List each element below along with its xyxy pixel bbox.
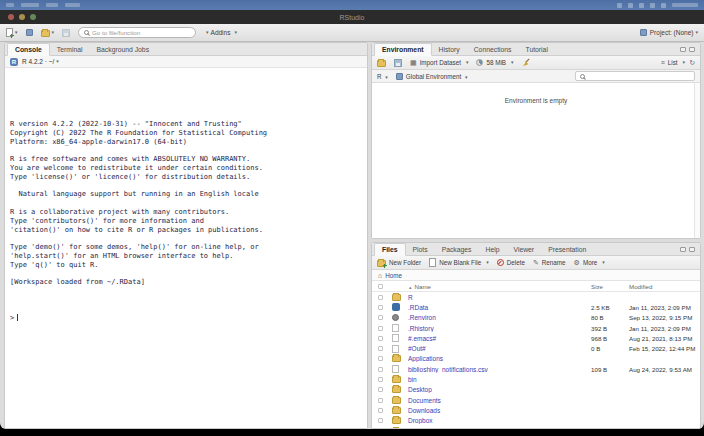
file-row[interactable]: #.emacs# 968 B Aug 21, 2021, 8:13 PM: [372, 333, 700, 343]
file-checkbox[interactable]: [378, 356, 383, 361]
go-to-file-search[interactable]: [78, 27, 196, 38]
refresh-button[interactable]: ↻: [689, 59, 695, 66]
file-name-link[interactable]: Applications: [408, 355, 591, 362]
console-tab[interactable]: Terminal: [50, 44, 90, 55]
file-name-link[interactable]: Documents: [408, 397, 591, 404]
console-tab[interactable]: Console: [7, 43, 50, 56]
list-view-button[interactable]: ≡ List ▾: [661, 59, 685, 66]
file-checkbox[interactable]: [378, 367, 383, 372]
environment-toolbar: ▦ Import Dataset ▾ 58 MiB ▾: [372, 56, 700, 70]
file-checkbox[interactable]: [378, 418, 383, 423]
file-row[interactable]: Google Drive: [372, 426, 700, 428]
file-row[interactable]: R: [372, 292, 700, 302]
column-size[interactable]: Size: [591, 283, 629, 290]
gear-icon: ⚙: [574, 259, 580, 266]
file-row[interactable]: .Rhistory 392 B Jan 11, 2023, 2:09 PM: [372, 323, 700, 333]
engine-selector[interactable]: R ▾: [377, 73, 388, 80]
file-checkbox[interactable]: [378, 398, 383, 403]
file-row[interactable]: Applications: [372, 354, 700, 364]
file-checkbox[interactable]: [378, 408, 383, 413]
file-checkbox[interactable]: [378, 336, 383, 341]
file-name-link[interactable]: #.emacs#: [408, 335, 591, 342]
file-checkbox[interactable]: [378, 377, 383, 382]
addins-menu-button[interactable]: ▾ Addins ▾: [204, 29, 237, 36]
open-file-button[interactable]: ▾: [41, 28, 55, 37]
new-project-button[interactable]: [26, 29, 33, 36]
file-name-link[interactable]: biblioshiny_notifications.csv: [408, 366, 591, 373]
load-workspace-button[interactable]: [377, 58, 386, 67]
environment-tab[interactable]: Environment: [374, 43, 432, 56]
scrollbar[interactable]: [694, 83, 700, 238]
rename-button[interactable]: ✎ Rename: [533, 259, 566, 266]
file-name-link[interactable]: .Renviron: [408, 314, 591, 321]
maximize-pane-icon[interactable]: [689, 47, 695, 52]
files-tab[interactable]: Plots: [406, 244, 435, 255]
files-tab[interactable]: Presentation: [541, 244, 593, 255]
import-dataset-button[interactable]: ▦ Import Dataset ▾: [410, 59, 468, 66]
new-blank-file-button[interactable]: New Blank File ▾: [429, 258, 489, 267]
scope-selector[interactable]: Global Environment ▾: [406, 73, 468, 80]
file-checkbox[interactable]: [378, 305, 383, 310]
environment-search[interactable]: [575, 71, 695, 81]
file-checkbox[interactable]: [378, 295, 383, 300]
file-name-link[interactable]: Desktop: [408, 386, 591, 393]
open-folder-icon: [377, 60, 386, 67]
environment-tab[interactable]: Connections: [467, 44, 519, 55]
delete-button[interactable]: Delete: [497, 259, 525, 266]
file-name-link[interactable]: bin: [408, 376, 591, 383]
minimize-pane-icon[interactable]: [680, 47, 686, 52]
console-output[interactable]: R version 4.2.2 (2022-10-31) -- "Innocen…: [5, 68, 367, 428]
file-checkbox[interactable]: [378, 326, 383, 331]
save-button[interactable]: [62, 29, 70, 37]
column-modified[interactable]: Modified: [629, 283, 700, 290]
file-row[interactable]: bin: [372, 374, 700, 384]
file-name-link[interactable]: Dropbox: [408, 417, 591, 424]
save-workspace-button[interactable]: [394, 59, 402, 67]
environment-search-input[interactable]: [588, 73, 690, 79]
file-checkbox[interactable]: [378, 346, 383, 351]
files-tab[interactable]: Files: [374, 243, 406, 256]
column-name[interactable]: ▲Name: [408, 283, 591, 290]
file-row[interactable]: biblioshiny_notifications.csv 109 B Aug …: [372, 364, 700, 374]
breadcrumb-home[interactable]: Home: [385, 272, 402, 279]
file-row[interactable]: Downloads: [372, 405, 700, 415]
minimize-pane-icon[interactable]: [680, 247, 686, 252]
file-name-link[interactable]: #Out#: [408, 345, 591, 352]
console-line: 'help.start()' for an HTML browser inter…: [10, 252, 367, 261]
file-name-link[interactable]: .RData: [408, 304, 591, 311]
screen: RStudio ▾ ▾ ▾ Addin: [0, 0, 704, 436]
file-checkbox[interactable]: [378, 315, 383, 320]
file-row[interactable]: Dropbox: [372, 416, 700, 426]
files-tab[interactable]: Help: [478, 244, 506, 255]
file-modified: Aug 24, 2022, 9:53 AM: [629, 366, 700, 373]
file-name-link[interactable]: R: [408, 294, 591, 301]
more-button[interactable]: ⚙ More ▾: [574, 259, 605, 266]
file-name-link[interactable]: .Rhistory: [408, 325, 591, 332]
file-name-link[interactable]: Downloads: [408, 407, 591, 414]
project-menu-button[interactable]: Project: (None) ▾: [640, 29, 698, 36]
new-folder-button[interactable]: New Folder: [377, 258, 421, 267]
console-tab[interactable]: Background Jobs: [90, 44, 157, 55]
files-tab[interactable]: Packages: [435, 244, 479, 255]
console-line: [10, 182, 367, 191]
go-to-file-input[interactable]: [92, 29, 190, 36]
files-tab[interactable]: Viewer: [506, 244, 541, 255]
file-row[interactable]: .RData 2.5 KB Jan 11, 2023, 2:09 PM: [372, 302, 700, 312]
file-row[interactable]: #Out# 0 B Feb 15, 2022, 12:44 PM: [372, 343, 700, 353]
file-checkbox[interactable]: [378, 387, 383, 392]
memory-usage-button[interactable]: 58 MiB ▾: [476, 59, 513, 66]
environment-tab[interactable]: History: [432, 44, 467, 55]
new-file-button[interactable]: ▾: [6, 28, 18, 37]
console-prompt[interactable]: >: [10, 314, 367, 323]
macos-menu-bar[interactable]: [0, 0, 704, 10]
environment-pane: Environment History Connections Tutorial: [371, 42, 701, 239]
file-row[interactable]: Desktop: [372, 385, 700, 395]
file-name-link[interactable]: Google Drive: [408, 428, 591, 429]
environment-tab[interactable]: Tutorial: [519, 44, 555, 55]
file-row[interactable]: Documents: [372, 395, 700, 405]
maximize-pane-icon[interactable]: [689, 247, 695, 252]
chevron-down-icon[interactable]: ▾: [56, 59, 59, 64]
select-all-checkbox[interactable]: [378, 284, 383, 289]
file-row[interactable]: .Renviron 80 B Sep 13, 2022, 9:15 PM: [372, 313, 700, 323]
clear-objects-button[interactable]: [522, 58, 531, 67]
